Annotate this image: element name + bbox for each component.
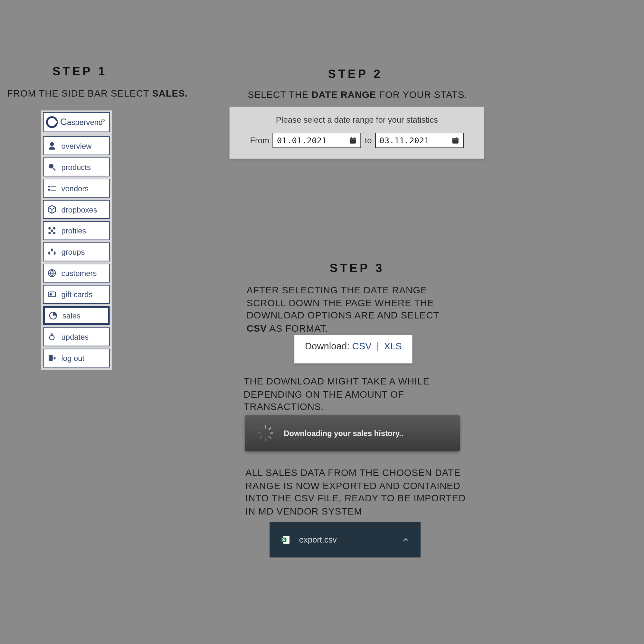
sidebar-item-label: updates — [62, 332, 89, 341]
excel-file-icon — [280, 535, 291, 545]
svg-rect-21 — [452, 138, 459, 140]
svg-point-14 — [50, 335, 54, 340]
svg-rect-30 — [257, 432, 261, 434]
svg-rect-19 — [354, 137, 355, 138]
progress-text: Downloading your sales history.. — [284, 429, 403, 437]
svg-point-8 — [48, 232, 51, 234]
svg-point-10 — [51, 230, 53, 232]
sidebar-item-label: sales — [62, 311, 81, 320]
sidebar-item-label: vendors — [62, 184, 89, 193]
step2-instr-bold: DATE RANGE — [311, 90, 376, 99]
from-label: From — [250, 136, 269, 145]
sidebar-item-vendors[interactable]: vendors — [43, 179, 110, 198]
svg-point-9 — [53, 232, 55, 234]
svg-rect-26 — [270, 432, 273, 434]
step3-instruction-b: THE DOWNLOAD MIGHT TAKE A WHILE DEPENDIN… — [244, 375, 468, 413]
products-icon — [47, 162, 57, 172]
step3-instruction-c: ALL SALES DATA FROM THE CHOOSEN DATE RAN… — [245, 467, 469, 517]
export-file-chip[interactable]: export.csv — [270, 522, 421, 557]
sidebar-item-label: products — [62, 163, 91, 171]
from-date-input[interactable]: 01.01.2021 — [273, 133, 361, 148]
svg-rect-23 — [457, 137, 457, 138]
svg-rect-4 — [51, 186, 56, 186]
calendar-icon — [451, 136, 460, 145]
svg-rect-3 — [48, 189, 50, 191]
to-date-value: 03.11.2021 — [379, 136, 429, 145]
svg-rect-18 — [351, 137, 352, 138]
sidebar-item-sales[interactable]: sales — [43, 306, 110, 325]
download-label: Download: — [305, 341, 352, 351]
step1-heading: STEP 1 — [52, 65, 107, 79]
sidebar-nav: overview products vendors dropboxes prof… — [41, 134, 111, 369]
download-csv-link[interactable]: CSV — [352, 341, 372, 351]
svg-rect-15 — [49, 355, 52, 361]
sidebar-item-products[interactable]: products — [43, 157, 110, 176]
sidebar-item-label: profiles — [62, 226, 86, 235]
svg-rect-5 — [51, 190, 56, 190]
svg-point-1 — [49, 164, 53, 169]
step1-instr-pre: FROM THE SIDE BAR SELECT — [7, 89, 152, 99]
step3-instruction-a: AFTER SELECTING THE DATE RANGE SCROLL DO… — [247, 284, 459, 335]
svg-rect-29 — [259, 436, 263, 439]
date-panel-title: Please select a date range for your stat… — [241, 115, 472, 124]
date-row: From 01.01.2021 to 03.11.2021 — [241, 133, 472, 148]
svg-point-0 — [50, 142, 54, 146]
sidebar-item-profiles[interactable]: profiles — [43, 221, 110, 240]
svg-point-6 — [48, 227, 51, 229]
svg-rect-2 — [48, 186, 50, 187]
sidebar-item-overview[interactable]: overview — [43, 136, 110, 155]
svg-rect-17 — [350, 138, 356, 140]
gift-cards-icon — [47, 290, 57, 299]
sidebar-item-log-out[interactable]: log out — [43, 349, 110, 368]
export-filename: export.csv — [299, 535, 393, 545]
svg-rect-25 — [268, 427, 271, 430]
step3-instr-a-bold: CSV — [247, 323, 267, 333]
to-label: to — [365, 136, 372, 145]
step1-instr-bold: SALES. — [152, 89, 188, 99]
from-date-value: 01.01.2021 — [277, 136, 327, 145]
svg-rect-28 — [265, 437, 266, 441]
sidebar-logo: Caspervend2 — [43, 112, 110, 132]
chevron-up-icon[interactable] — [402, 535, 410, 544]
vendors-icon — [47, 184, 57, 193]
dropboxes-icon — [47, 205, 57, 214]
sidebar-item-customers[interactable]: customers — [43, 264, 110, 283]
step3-instr-a-pre: AFTER SELECTING THE DATE RANGE SCROLL DO… — [247, 285, 439, 320]
sidebar-item-label: gift cards — [62, 290, 93, 298]
step3-instr-a-post: AS FORMAT. — [267, 323, 328, 333]
logo-text: Caspervend2 — [60, 117, 106, 128]
svg-rect-27 — [268, 436, 271, 439]
step2-instr-pre: SELECT THE — [248, 90, 311, 99]
profiles-icon — [47, 226, 57, 235]
sidebar-item-label: customers — [62, 269, 97, 277]
step2-heading: STEP 2 — [328, 67, 383, 81]
svg-rect-22 — [454, 137, 454, 138]
step2-instruction: SELECT THE DATE RANGE FOR YOUR STATS. — [248, 90, 467, 100]
step3-heading: STEP 3 — [330, 261, 384, 275]
date-range-panel: Please select a date range for your stat… — [230, 107, 484, 159]
sidebar-item-groups[interactable]: groups — [43, 242, 110, 261]
groups-icon — [47, 247, 57, 257]
sidebar-item-label: groups — [62, 248, 85, 256]
sidebar-item-gift-cards[interactable]: gift cards — [43, 285, 110, 304]
download-xls-link[interactable]: XLS — [384, 341, 402, 351]
step1-instruction: FROM THE SIDE BAR SELECT SALES. — [7, 89, 188, 99]
calendar-icon — [349, 136, 357, 145]
svg-point-13 — [50, 294, 52, 295]
svg-rect-24 — [265, 425, 266, 428]
download-separator: | — [374, 341, 382, 351]
log-out-icon — [47, 353, 57, 363]
logo-c-icon — [46, 116, 58, 128]
step2-instr-post: FOR YOUR STATS. — [376, 90, 467, 99]
to-date-input[interactable]: 03.11.2021 — [375, 133, 464, 148]
sidebar-item-label: dropboxes — [62, 205, 97, 214]
overview-icon — [47, 141, 57, 150]
updates-icon — [47, 332, 57, 341]
spinner-icon — [257, 424, 274, 442]
sales-icon — [48, 311, 58, 320]
sidebar-item-dropboxes[interactable]: dropboxes — [43, 200, 110, 219]
sidebar-item-updates[interactable]: updates — [43, 327, 110, 346]
sidebar-item-label: overview — [62, 141, 92, 150]
customers-icon — [47, 269, 57, 278]
download-progress-bar: Downloading your sales history.. — [245, 415, 460, 451]
